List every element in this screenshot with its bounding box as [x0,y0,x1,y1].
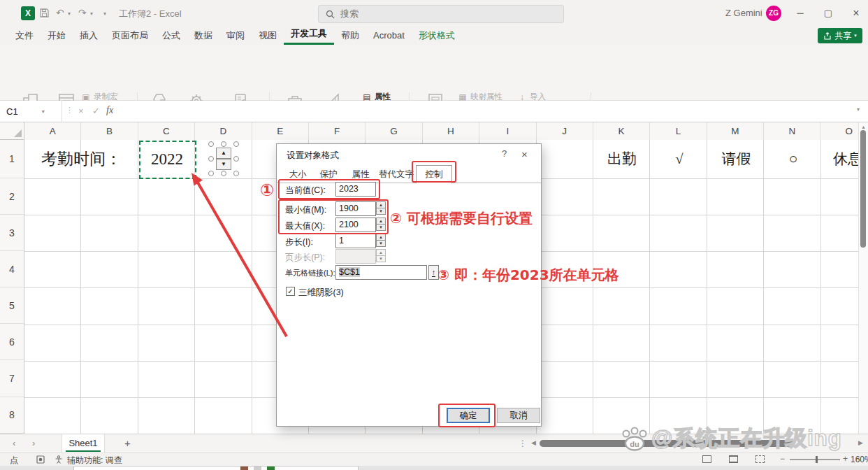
sheet-prev-icon[interactable]: ‹ [13,438,15,448]
column-header-a[interactable]: A [24,122,81,140]
column-header-j[interactable]: J [537,122,593,140]
view-page-break-icon[interactable] [755,455,783,465]
tab-help[interactable]: 帮助 [334,28,366,45]
spin-down-button[interactable]: ▼ [216,159,231,170]
user-name[interactable]: Z Gemini [725,8,762,18]
user-avatar[interactable]: ZG [766,6,781,21]
tab-review[interactable]: 审阅 [219,28,252,45]
save-icon[interactable] [39,8,50,18]
formula-enter-icon[interactable]: ✓ [92,106,100,116]
row-header-8[interactable]: 8 [0,397,24,434]
minimize-button[interactable]: ─ [790,8,811,18]
cell-link-input[interactable]: $C$1 [335,265,427,280]
tab-insert[interactable]: 插入 [73,28,105,45]
row-header-2[interactable]: 2 [0,178,24,215]
dialog-tab-alt-text[interactable]: 替代文字 [377,166,415,183]
tab-page-layout[interactable]: 页面布局 [105,28,155,45]
row-header-5[interactable]: 5 [0,287,24,324]
column-header-g[interactable]: G [366,122,422,140]
row-header-6[interactable]: 6 [0,324,24,360]
column-header-l[interactable]: L [650,122,707,140]
name-box[interactable]: C1 ▾ [0,101,62,122]
column-header-c[interactable]: C [138,122,195,140]
column-header-h[interactable]: H [423,122,479,140]
column-header-o[interactable]: O [820,122,858,140]
redo-caret-icon[interactable]: ▾ [90,10,93,17]
column-header-f[interactable]: F [309,122,366,140]
row-header-1[interactable]: 1 [0,140,24,178]
undo-icon[interactable]: ↶ [56,7,64,18]
row-header-4[interactable]: 4 [0,251,24,287]
search-box[interactable]: 搜索 [318,5,564,23]
hscroll-left-icon[interactable]: ◀ [531,439,536,446]
share-button[interactable]: 共享 ▾ [818,28,862,43]
tab-data[interactable]: 数据 [187,28,219,45]
tab-view[interactable]: 视图 [252,28,284,45]
step-spinner[interactable]: ▲ ▼ [376,234,386,248]
qat-customize-icon[interactable]: ▾ [103,10,106,17]
tab-acrobat[interactable]: Acrobat [366,28,412,45]
macro-record-icon[interactable] [36,455,45,464]
zoom-out-icon[interactable]: − [780,454,785,464]
vertical-scroll-thumb[interactable] [860,130,866,248]
column-header-n[interactable]: N [764,122,820,140]
tab-shape-format[interactable]: 形状格式 [412,28,462,45]
column-header-k[interactable]: K [593,122,650,140]
sheet-tab-sheet1[interactable]: Sheet1 [62,434,105,453]
step-input[interactable]: 1 [335,234,376,248]
cell-a1[interactable]: 考勤时间： [24,140,138,178]
view-normal-icon[interactable] [702,455,730,465]
selection-handle[interactable] [221,171,226,176]
horizontal-scroll-thumb[interactable] [540,440,795,447]
insert-function-icon[interactable]: fx [106,105,113,116]
cell-k1[interactable]: 出勤 [593,140,651,178]
selection-handle[interactable] [233,171,239,176]
close-button[interactable]: × [846,7,867,20]
redo-icon[interactable]: ↷ [78,7,87,18]
name-box-caret-icon[interactable]: ▾ [42,108,45,115]
column-header-e[interactable]: E [252,122,309,140]
row-header-3[interactable]: 3 [0,215,24,251]
tab-home[interactable]: 开始 [41,28,73,45]
tab-developer[interactable]: 开发工具 [284,26,334,45]
spinner-down-icon[interactable]: ▼ [376,240,386,247]
shadow-checkbox[interactable]: ✓ [286,287,295,296]
formula-bar-expand-icon[interactable]: ▾ [857,106,860,113]
selection-handle[interactable] [233,141,239,147]
dialog-help-icon[interactable]: ? [502,148,507,159]
scroll-up-icon[interactable]: ▲ [859,124,868,129]
zoom-in-icon[interactable]: + [843,454,848,464]
add-sheet-icon[interactable]: + [124,437,131,449]
cell-o1[interactable]: 休息 [833,140,858,178]
splitter-handle-icon[interactable]: ⋮ [519,439,527,448]
sheet-next-icon[interactable]: › [32,438,35,448]
row-header-7[interactable]: 7 [0,360,24,397]
cancel-button[interactable]: 取消 [497,408,540,423]
zoom-slider-handle[interactable] [816,456,818,463]
maximize-button[interactable]: ▢ [818,8,839,18]
accessibility-status[interactable]: 辅助功能: 调查 [67,455,122,467]
column-header-m[interactable]: M [707,122,764,140]
selection-handle[interactable] [208,171,214,176]
dialog-close-icon[interactable]: × [521,148,528,160]
column-header-i[interactable]: I [479,122,536,140]
tab-formulas[interactable]: 公式 [155,28,187,45]
selection-handle[interactable] [233,156,239,162]
column-header-d[interactable]: D [195,122,252,140]
zoom-level[interactable]: 160% [851,455,868,464]
undo-caret-icon[interactable]: ▾ [68,10,71,17]
formula-input[interactable] [123,101,850,122]
cell-n1[interactable]: ○ [765,140,822,178]
formula-cancel-icon[interactable]: × [78,106,84,116]
view-page-layout-icon[interactable] [729,455,756,465]
select-all-corner[interactable] [0,122,24,140]
cell-l1[interactable]: √ [651,140,708,178]
hscroll-right-icon[interactable]: ▶ [858,439,863,446]
zoom-slider-track[interactable] [790,459,840,460]
cell-m1[interactable]: 请假 [708,140,765,178]
excel-app-icon[interactable]: X [21,6,35,20]
tab-file[interactable]: 文件 [8,28,41,45]
selection-handle[interactable] [208,141,214,147]
selection-handle[interactable] [208,156,214,162]
column-header-b[interactable]: B [81,122,138,140]
